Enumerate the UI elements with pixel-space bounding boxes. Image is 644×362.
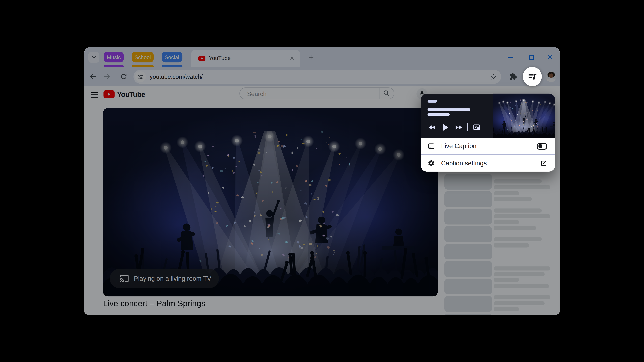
related-video-thumbnail-skeleton (444, 174, 492, 190)
tab-group-stripe (162, 65, 182, 67)
reload-button[interactable] (119, 67, 128, 86)
related-video-thumbnail-skeleton (444, 296, 492, 312)
tab-search-button[interactable] (88, 51, 100, 62)
queue-music-icon (527, 71, 537, 81)
album-art (494, 93, 555, 138)
tab-strip: Music School Social YouTube (84, 47, 560, 67)
video-player[interactable]: Playing on a living room TV (103, 108, 438, 296)
extensions-button[interactable] (508, 67, 518, 86)
live-caption-toggle[interactable] (537, 143, 547, 150)
search-input[interactable] (246, 88, 371, 100)
url-text: youtube.com/watch/ (150, 70, 203, 84)
related-video-text-skeleton (494, 226, 536, 230)
browser-window: Music School Social YouTube (84, 47, 560, 315)
tab-title: YouTube (209, 50, 230, 67)
live-caption-label: Live Caption (441, 142, 476, 150)
chevron-down-icon (91, 54, 96, 60)
cast-status-banner: Playing on a living room TV (110, 269, 219, 288)
tab-group-social[interactable]: Social (162, 52, 182, 62)
related-video-thumbnail-skeleton (444, 261, 492, 277)
live-caption-row[interactable]: Live Caption (421, 138, 555, 155)
reload-icon (120, 72, 128, 80)
tab-youtube[interactable]: YouTube (191, 50, 300, 67)
live-caption-icon (428, 142, 435, 150)
related-video-text-skeleton (494, 220, 519, 224)
site-settings-button[interactable] (135, 71, 146, 82)
related-video-thumbnail-skeleton (444, 314, 492, 315)
youtube-menu-button[interactable] (91, 91, 98, 99)
media-session-card (421, 93, 555, 138)
maximize-icon (528, 54, 535, 61)
youtube-logo-icon[interactable] (104, 90, 114, 98)
video-title: Live concert – Palm Springs (103, 299, 206, 308)
back-icon (88, 72, 97, 81)
avatar[interactable] (546, 71, 556, 82)
youtube-logo-text[interactable]: YouTube (117, 86, 145, 103)
previous-track-button[interactable] (428, 124, 436, 130)
related-video-thumbnail-skeleton (444, 279, 492, 294)
media-text-skeleton (428, 113, 450, 116)
tab-close-button[interactable] (288, 55, 295, 61)
related-video-text-skeleton (494, 185, 550, 189)
related-video-text-skeleton (494, 272, 544, 276)
next-track-button[interactable] (455, 124, 462, 130)
play-button[interactable] (443, 124, 448, 131)
back-button[interactable] (88, 67, 98, 86)
window-close-button[interactable] (545, 47, 555, 67)
tab-group-school[interactable]: School (132, 52, 154, 62)
window-close-icon (546, 53, 554, 61)
related-video-thumbnail-skeleton (444, 191, 492, 207)
cast-status-text: Playing on a living room TV (134, 275, 211, 282)
controls-divider (468, 123, 468, 131)
search-button[interactable] (379, 88, 394, 99)
related-video-thumbnail-skeleton (444, 209, 492, 225)
related-video-text-skeleton (494, 237, 542, 242)
related-video-text-skeleton (494, 295, 550, 300)
extensions-icon (509, 72, 517, 80)
minimize-button[interactable] (506, 47, 516, 67)
open-in-new-icon (540, 160, 547, 166)
related-video-text-skeleton (494, 307, 519, 311)
tab-group-label: Social (165, 54, 179, 60)
related-video-thumbnail-skeleton (444, 244, 492, 259)
tab-group-label: School (134, 54, 151, 60)
address-bar[interactable]: youtube.com/watch/ (133, 70, 501, 84)
cast-icon (120, 274, 129, 283)
related-video-text-skeleton (494, 243, 529, 247)
related-video-text-skeleton (494, 197, 532, 201)
related-video-text-skeleton (494, 278, 519, 282)
close-icon (289, 56, 294, 61)
desktop-background: Music School Social YouTube (0, 0, 644, 362)
related-video-text-skeleton (494, 191, 519, 195)
bookmark-button[interactable] (489, 70, 497, 84)
media-text-skeleton (428, 108, 470, 111)
forward-icon (102, 72, 111, 81)
picture-in-picture-button[interactable] (472, 124, 480, 131)
related-video-text-skeleton (494, 179, 542, 184)
new-tab-button[interactable] (305, 51, 317, 63)
tab-group-stripe (104, 65, 124, 67)
media-title-skeleton (428, 100, 437, 102)
caption-settings-row[interactable]: Caption settings (421, 155, 555, 171)
media-controls-button[interactable] (522, 67, 542, 86)
related-video-text-skeleton (494, 214, 550, 218)
related-video-text-skeleton (494, 266, 550, 271)
site-settings-icon (137, 74, 144, 80)
search-icon (383, 89, 390, 97)
youtube-favicon (198, 56, 205, 61)
related-video-text-skeleton (494, 208, 542, 213)
related-video-text-skeleton (494, 301, 544, 305)
tab-group-music[interactable]: Music (104, 52, 124, 62)
bookmark-star-icon (489, 73, 497, 81)
maximize-button[interactable] (526, 47, 536, 67)
related-video-thumbnail-skeleton (444, 226, 492, 242)
browser-toolbar: youtube.com/watch/ (84, 67, 560, 86)
tab-group-stripe (132, 65, 154, 67)
hamburger-menu-icon (91, 92, 98, 97)
plus-icon (308, 54, 314, 61)
forward-button[interactable] (102, 67, 111, 86)
gear-icon (428, 159, 435, 167)
caption-settings-label: Caption settings (441, 159, 487, 167)
youtube-search-box[interactable] (239, 87, 394, 99)
related-video-text-skeleton (494, 284, 549, 288)
